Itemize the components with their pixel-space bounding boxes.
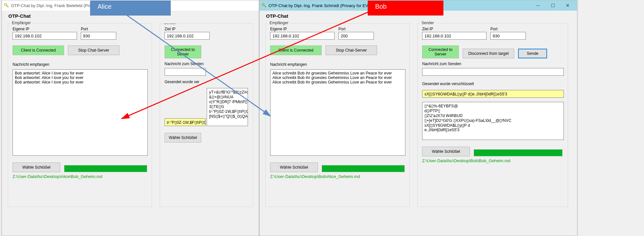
key-progress-sender bbox=[474, 149, 563, 156]
send-label: Nachricht zum Senden bbox=[165, 62, 248, 66]
key-progress bbox=[322, 165, 405, 172]
enc-history[interactable] bbox=[207, 88, 248, 126]
own-ip-input[interactable] bbox=[13, 32, 77, 40]
key-path-label-sender: Z:\User-Data\fsc\Desktop\Bob\Bob_Geheim.… bbox=[422, 158, 563, 163]
received-label: Nachricht empfangen bbox=[270, 62, 405, 67]
send-input[interactable] bbox=[422, 68, 564, 76]
port-label: Port bbox=[338, 27, 374, 31]
connected-server-button[interactable]: Connected to Server bbox=[422, 45, 459, 58]
send-button[interactable]: Sende bbox=[518, 49, 547, 58]
sender-panel: Sender Ziel IP Port Connected to Server … bbox=[417, 23, 568, 207]
port-input[interactable] bbox=[338, 32, 374, 40]
received-text[interactable] bbox=[270, 69, 405, 156]
enc-label: Gesendet wurde verschlüsselt bbox=[422, 82, 563, 86]
client-connected-button[interactable]: Client is Connected bbox=[270, 45, 322, 55]
send-label: Nachricht zum Senden bbox=[422, 62, 563, 66]
choose-key-button-sender[interactable]: Wähle Schlüßel bbox=[165, 133, 201, 143]
port-input[interactable] bbox=[490, 32, 526, 40]
received-label: Nachricht empfangen bbox=[13, 62, 147, 67]
key-icon bbox=[4, 3, 9, 8]
own-ip-label: Eigene IP bbox=[13, 27, 77, 31]
svg-point-1 bbox=[262, 4, 264, 5]
client-connected-button[interactable]: Client is Connected bbox=[13, 45, 64, 55]
choose-key-button[interactable]: Wähle Schlüßel bbox=[13, 162, 60, 172]
own-ip-input[interactable] bbox=[270, 32, 335, 40]
callout-alice: Alice bbox=[90, 1, 171, 15]
port-label: Port bbox=[81, 27, 116, 31]
own-ip-label: Eigene IP bbox=[270, 27, 335, 31]
sender-legend: Sender bbox=[163, 23, 178, 25]
close-button[interactable]: ✕ bbox=[560, 1, 575, 10]
key-path-label: Z:\User-Data\fsc\Desktop\Alice\Bob_Gehei… bbox=[13, 174, 147, 179]
stop-server-button[interactable]: Stop Chat-Server bbox=[68, 45, 119, 55]
key-icon bbox=[261, 3, 267, 8]
enc-yellow bbox=[165, 118, 206, 126]
receiver-legend: Empfänger bbox=[268, 21, 290, 25]
choose-key-button[interactable]: Wähle Schlüßel bbox=[270, 162, 318, 172]
stop-server-button[interactable]: Stop Chat-Server bbox=[326, 45, 377, 55]
port-input[interactable] bbox=[81, 32, 116, 40]
callout-bob: Bob bbox=[368, 1, 443, 15]
receiver-panel: Empfänger Eigene IP Port Client is Conne… bbox=[265, 23, 410, 207]
sender-legend: Sender bbox=[420, 21, 435, 25]
target-ip-input[interactable] bbox=[422, 32, 487, 40]
target-ip-label: Ziel IP bbox=[422, 27, 487, 31]
receiver-legend: Empfänger bbox=[11, 21, 32, 25]
minimize-button[interactable]: ─ bbox=[531, 1, 545, 10]
disconnect-button[interactable]: Disconnect from target bbox=[463, 49, 514, 58]
key-progress bbox=[64, 165, 147, 172]
maximize-button[interactable]: ☐ bbox=[545, 1, 560, 10]
port-label: Port bbox=[490, 27, 526, 31]
key-path-label: Z:\User-Data\fsc\Desktop\Bob\Alice_Gehei… bbox=[270, 174, 405, 179]
target-ip-label: Ziel IP bbox=[165, 27, 210, 31]
window-controls: ─ ☐ ✕ bbox=[531, 1, 575, 10]
enc-history[interactable] bbox=[422, 102, 564, 140]
svg-point-0 bbox=[5, 4, 6, 5]
receiver-panel: Empfänger Eigene IP Port Client is Conne… bbox=[8, 23, 152, 207]
connected-server-button[interactable]: Connected to Server bbox=[165, 45, 201, 58]
window-bob: OTP-Chat by Dipl.-Ing. Frank Schmidt (Pr… bbox=[259, 0, 577, 236]
target-ip-input[interactable] bbox=[165, 32, 210, 40]
enc-yellow bbox=[422, 90, 564, 98]
send-input[interactable] bbox=[165, 68, 206, 76]
choose-key-button-sender[interactable]: Wähle Schlüßel bbox=[422, 147, 470, 156]
received-text[interactable] bbox=[13, 69, 148, 156]
sender-panel: Sender Ziel IP Connected to Server Nachr… bbox=[160, 23, 253, 207]
window-alice: OTP-Chat by Dipl.-Ing. Frank Bielefeld (… bbox=[2, 0, 259, 236]
enc-label: Gesendet wurde ver bbox=[165, 80, 248, 84]
